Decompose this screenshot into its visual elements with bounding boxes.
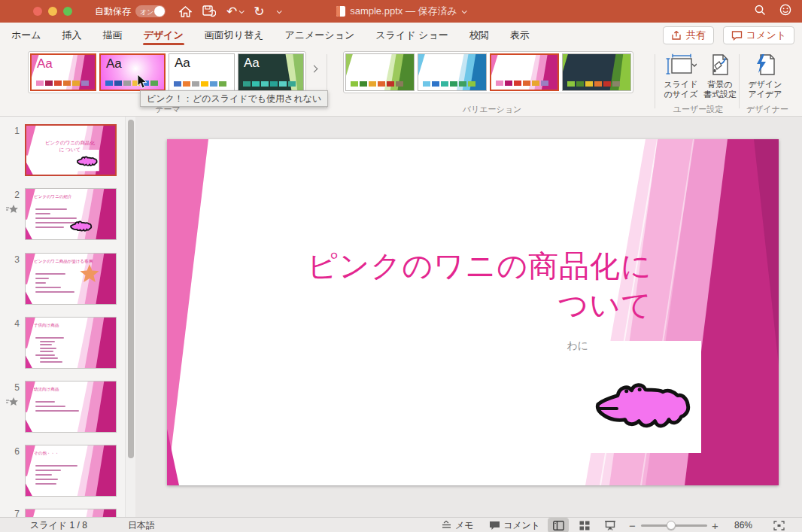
zoom-slider-knob[interactable] bbox=[667, 521, 676, 530]
feedback-smiley-icon[interactable] bbox=[779, 4, 791, 19]
undo-button[interactable]: ↶ bbox=[226, 5, 243, 18]
slide-thumbnail-7[interactable] bbox=[25, 509, 117, 517]
theme-office-white[interactable]: Aa bbox=[169, 53, 235, 91]
bullet-text-lines bbox=[35, 401, 79, 412]
slide-editor-area: ピンクのワニの商品化について わに bbox=[135, 117, 802, 517]
variation-swatches bbox=[567, 81, 620, 87]
minimize-window-button[interactable] bbox=[48, 7, 57, 16]
zoom-out-button[interactable]: − bbox=[629, 518, 636, 532]
zoom-slider-track[interactable] bbox=[641, 524, 707, 527]
variation-blue[interactable] bbox=[418, 53, 487, 91]
themes-gallery: Aa Aa Aa bbox=[28, 51, 306, 93]
design-ribbon: Aa Aa Aa bbox=[0, 48, 802, 117]
crocodile-eye bbox=[638, 388, 642, 391]
ribbon-separator bbox=[655, 54, 655, 108]
zoom-slider[interactable] bbox=[641, 518, 707, 532]
save-icon[interactable] bbox=[202, 5, 216, 17]
slide-size-icon bbox=[665, 52, 697, 78]
bullet-text-lines bbox=[35, 465, 77, 485]
slide-thumbnail-3[interactable]: ピンクのワニ商品が受ける客層 bbox=[25, 253, 117, 305]
tab-draw[interactable]: 描画 bbox=[102, 23, 123, 48]
bullet-text-lines bbox=[35, 273, 74, 293]
scrollbar-thumb[interactable] bbox=[128, 120, 134, 458]
variation-pink-selected[interactable] bbox=[490, 53, 559, 91]
notes-button[interactable]: メモ bbox=[441, 518, 474, 532]
language-indicator[interactable]: 日本語 bbox=[128, 518, 155, 532]
theme-dark-green[interactable]: Aa bbox=[238, 53, 304, 91]
search-icon[interactable] bbox=[755, 5, 766, 19]
autosave-state: オン bbox=[140, 8, 153, 17]
grid-view-icon bbox=[579, 521, 590, 530]
tab-transitions[interactable]: 画面切り替え bbox=[204, 23, 265, 48]
tab-insert[interactable]: 挿入 bbox=[62, 23, 83, 48]
themes-gallery-more-icon[interactable] bbox=[311, 65, 318, 73]
comments-toggle-button[interactable]: コメント bbox=[489, 518, 540, 532]
redo-icon[interactable]: ↻ bbox=[254, 5, 264, 18]
slide-number: 5 bbox=[5, 382, 20, 393]
slide-5-title: 幼児向け商品 bbox=[34, 387, 98, 393]
document-icon bbox=[336, 6, 345, 17]
tab-review[interactable]: 校閲 bbox=[469, 23, 490, 48]
undo-icon: ↶ bbox=[226, 5, 237, 18]
zoom-window-button[interactable] bbox=[63, 7, 72, 16]
slide-thumbnail-6[interactable]: その他・・・ bbox=[25, 445, 117, 497]
slide-number: 1 bbox=[5, 126, 20, 136]
undo-dropdown-chevron-icon[interactable] bbox=[239, 8, 245, 14]
slide-thumbnail-2[interactable]: ピンクのワニの紹介 bbox=[25, 188, 117, 240]
theme-current-pink[interactable]: Aa bbox=[30, 53, 96, 91]
normal-view-icon bbox=[553, 521, 564, 530]
crocodile-mini bbox=[69, 219, 93, 236]
slide-thumbnail-4[interactable]: 子供向け商品 bbox=[25, 317, 117, 369]
slideshow-view-button[interactable] bbox=[600, 518, 620, 532]
tab-home[interactable]: ホーム bbox=[11, 23, 42, 48]
format-background-icon bbox=[710, 52, 730, 78]
toggle-knob bbox=[154, 6, 165, 17]
variation-dark[interactable] bbox=[562, 53, 631, 91]
designer-group-label: デザイナー bbox=[741, 104, 794, 115]
slide-title-textbox[interactable]: ピンクのワニの商品化について bbox=[212, 246, 652, 324]
tab-view[interactable]: 表示 bbox=[509, 23, 530, 48]
slide-canvas[interactable]: ピンクのワニの商品化について わに bbox=[167, 139, 779, 485]
thumbnail-scrollbar bbox=[125, 117, 135, 517]
user-settings-group-label: ユーザー設定 bbox=[661, 104, 736, 115]
normal-view-button[interactable] bbox=[548, 518, 569, 532]
bullet-text-lines bbox=[35, 337, 64, 363]
home-icon[interactable] bbox=[179, 6, 192, 17]
slide-thumbnail-5[interactable]: 幼児向け商品 bbox=[25, 381, 117, 433]
fit-to-window-button[interactable] bbox=[773, 518, 785, 532]
slideshow-icon bbox=[604, 521, 616, 530]
animation-star-icon bbox=[6, 204, 18, 214]
theme-swatches bbox=[105, 81, 158, 86]
close-window-button[interactable] bbox=[33, 7, 42, 16]
slide-size-button[interactable]: スライドのサイズ bbox=[661, 52, 701, 99]
theme-pink-hovered[interactable]: Aa bbox=[99, 53, 166, 91]
slide-counter: スライド 1 / 8 bbox=[30, 518, 87, 532]
zoom-in-button[interactable]: + bbox=[712, 518, 718, 532]
slide-6-title: その他・・・ bbox=[34, 451, 98, 457]
zoom-level[interactable]: 86% bbox=[725, 518, 752, 532]
variation-green[interactable] bbox=[345, 53, 415, 91]
variation-swatches bbox=[351, 81, 403, 87]
comment-icon bbox=[731, 30, 743, 41]
slide-thumbnail-1[interactable]: ピンクのワニの商品化に ついて bbox=[25, 124, 117, 176]
share-button[interactable]: 共有 bbox=[663, 26, 714, 44]
crocodile-drawing[interactable] bbox=[593, 372, 695, 448]
autosave-label: 自動保存 bbox=[95, 5, 131, 18]
theme-swatches bbox=[174, 81, 226, 87]
slide-subtitle-textbox[interactable]: わに bbox=[438, 339, 588, 353]
comments-button[interactable]: コメント bbox=[723, 26, 794, 44]
tab-slideshow[interactable]: スライド ショー bbox=[375, 23, 448, 48]
tab-animations[interactable]: アニメーション bbox=[284, 23, 355, 48]
slide-sorter-view-button[interactable] bbox=[575, 518, 594, 532]
slide-number: 3 bbox=[5, 254, 20, 265]
variation-swatches bbox=[496, 81, 548, 86]
title-dropdown-chevron-icon[interactable] bbox=[461, 8, 466, 14]
design-ideas-button[interactable]: デザインアイデア bbox=[745, 52, 785, 99]
format-background-button[interactable]: 背景の書式設定 bbox=[700, 52, 740, 99]
slide-thumbnail-panel: 1 ピンクのワニの商品化に ついて 2 bbox=[0, 117, 135, 517]
quick-access-more-icon[interactable] bbox=[276, 8, 281, 14]
tab-design[interactable]: デザイン bbox=[143, 23, 184, 48]
autosave-toggle[interactable]: オン bbox=[135, 5, 166, 17]
slide-number: 4 bbox=[5, 318, 20, 329]
variation-swatches bbox=[423, 81, 475, 87]
